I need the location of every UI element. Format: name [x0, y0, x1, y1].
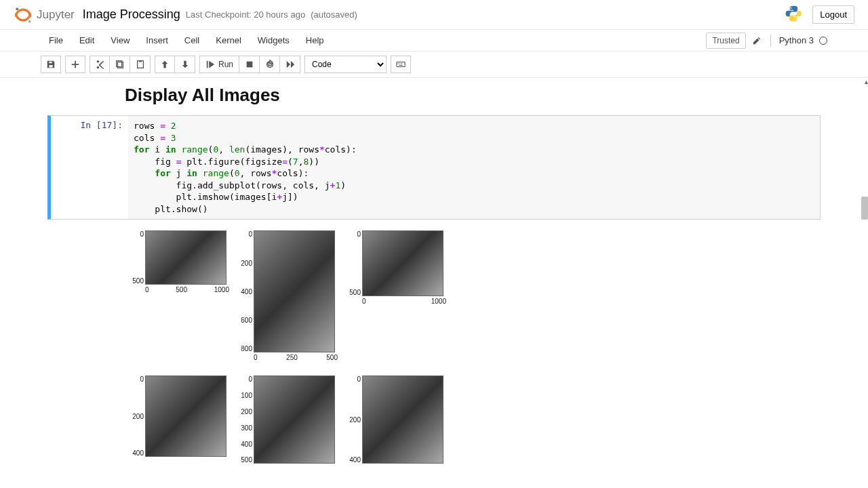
keyboard-icon: [396, 60, 406, 69]
menu-cell[interactable]: Cell: [176, 31, 208, 49]
kernel-name[interactable]: Python 3: [779, 35, 814, 45]
paste-icon: [136, 60, 145, 69]
scissors-icon: [95, 60, 104, 69]
heading: Display All Images: [125, 85, 821, 106]
code-cell[interactable]: In [17]: rows = 2cols = 3for i in range(…: [47, 115, 821, 220]
input-prompt: In [17]:: [51, 116, 128, 219]
subplot: 02004006008000250500: [233, 224, 342, 369]
restart-run-all-button[interactable]: [280, 56, 300, 73]
svg-rect-11: [398, 63, 399, 64]
edit-icon[interactable]: [751, 35, 762, 46]
scroll-up-icon[interactable]: ▴: [865, 78, 868, 85]
header-right: Logout: [784, 4, 854, 25]
move-down-button[interactable]: [175, 56, 195, 73]
autosave-status: (autosaved): [311, 9, 357, 20]
save-icon: [46, 60, 56, 69]
menu-widgets[interactable]: Widgets: [250, 31, 298, 49]
restart-icon: [265, 60, 275, 69]
restart-button[interactable]: [260, 56, 280, 73]
notebook: Display All Images In [17]: rows = 2cols…: [47, 85, 821, 480]
checkpoint-status: Last Checkpoint: 20 hours ago: [186, 9, 305, 20]
subplot: 0200400: [125, 369, 233, 473]
save-button[interactable]: [41, 56, 61, 73]
menus: File Edit View Insert Cell Kernel Widget…: [41, 31, 332, 49]
subplot: 0100200300400500: [233, 369, 342, 480]
subplot: 050001000: [342, 224, 450, 312]
add-cell-button[interactable]: [65, 56, 85, 73]
copy-button[interactable]: [110, 56, 130, 73]
run-icon: [205, 60, 215, 69]
menu-view[interactable]: View: [102, 31, 138, 49]
svg-rect-13: [401, 63, 402, 64]
output-area: 0500050010000200400600800025050005000100…: [47, 220, 821, 480]
svg-point-0: [16, 7, 18, 10]
svg-rect-14: [399, 65, 402, 66]
menubar-right: Trusted Python 3: [706, 33, 827, 49]
menu-kernel[interactable]: Kernel: [208, 31, 250, 49]
code-input-area[interactable]: rows = 2cols = 3for i in range(0, len(im…: [128, 116, 820, 219]
run-button[interactable]: Run: [199, 56, 239, 73]
menu-file[interactable]: File: [41, 31, 71, 49]
paste-button[interactable]: [130, 56, 151, 73]
menu-insert[interactable]: Insert: [138, 31, 176, 49]
svg-rect-9: [246, 62, 252, 68]
output-image: [362, 230, 443, 296]
svg-rect-12: [399, 63, 400, 64]
kernel-indicator-icon: [819, 37, 827, 45]
toolbar: Run Code Markdown Raw NBConvert Heading: [0, 52, 868, 78]
svg-rect-10: [397, 62, 405, 67]
jupyter-logo[interactable]: Jupyter: [14, 5, 75, 24]
menubar: File Edit View Insert Cell Kernel Widget…: [0, 30, 868, 52]
plus-icon: [71, 60, 80, 69]
menu-edit[interactable]: Edit: [71, 31, 102, 49]
subplot: 050005001000: [125, 224, 233, 301]
notebook-name[interactable]: Image Processing: [83, 7, 180, 22]
svg-rect-7: [139, 60, 142, 62]
move-up-button[interactable]: [155, 56, 175, 73]
fast-forward-icon: [285, 60, 295, 69]
output-image: [145, 375, 226, 457]
output-image: [254, 375, 335, 464]
output-image: [362, 375, 443, 464]
trusted-indicator[interactable]: Trusted: [706, 33, 745, 49]
subplot: 0200400: [342, 369, 450, 480]
jupyter-icon: [14, 5, 33, 24]
run-label: Run: [218, 60, 233, 69]
output-image: [254, 230, 335, 352]
menu-help[interactable]: Help: [298, 31, 332, 49]
interrupt-button[interactable]: [239, 56, 260, 73]
svg-point-1: [28, 20, 31, 22]
stop-icon: [245, 60, 254, 69]
python-icon: [784, 4, 803, 25]
arrow-down-icon: [180, 60, 190, 69]
scrollbar-thumb[interactable]: [861, 197, 868, 220]
notebook-container: ▴ ▾ Display All Images In [17]: rows = 2…: [0, 78, 868, 488]
separator: [770, 35, 771, 47]
arrow-up-icon: [160, 60, 170, 69]
svg-rect-8: [207, 61, 208, 68]
command-palette-button[interactable]: [391, 56, 411, 73]
cell-type-select[interactable]: Code Markdown Raw NBConvert Heading: [304, 56, 387, 73]
logout-button[interactable]: Logout: [812, 5, 854, 24]
svg-point-2: [791, 7, 792, 9]
output-image: [145, 230, 226, 285]
cut-button[interactable]: [90, 56, 110, 73]
svg-point-3: [795, 18, 797, 20]
logo-text: Jupyter: [37, 8, 75, 22]
markdown-cell[interactable]: Display All Images: [47, 85, 821, 106]
header-bar: Jupyter Image Processing Last Checkpoint…: [0, 0, 868, 30]
copy-icon: [115, 60, 125, 69]
